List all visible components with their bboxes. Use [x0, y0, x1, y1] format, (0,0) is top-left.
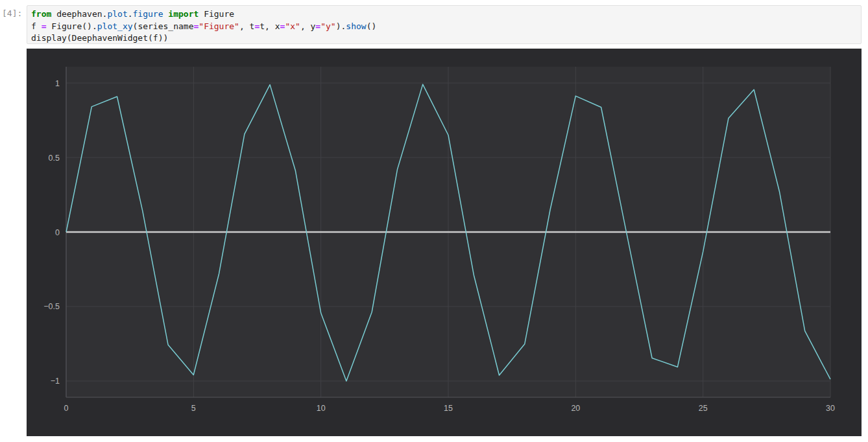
x-tick-label: 5 — [191, 404, 196, 413]
code-token: . — [128, 9, 133, 19]
x-tick-label: 0 — [64, 404, 69, 413]
code-token: ). — [336, 21, 346, 31]
x-tick-label: 10 — [317, 404, 326, 413]
code-token: "Figure" — [199, 21, 239, 31]
code-token: t, x — [259, 21, 280, 31]
x-tick-label: 25 — [699, 404, 708, 413]
code-token: = — [315, 21, 320, 31]
code-token: "y" — [320, 21, 335, 31]
code-token: show — [346, 21, 366, 31]
code-token: deephaven. — [51, 9, 107, 19]
code-token: display(DeephavenWidget(f)) — [31, 33, 168, 43]
y-tick-label: −1 — [51, 377, 60, 386]
code-line: f = Figure().plot_xy(series_name="Figure… — [31, 21, 861, 33]
code-token: , t — [239, 21, 254, 31]
code-token: Figure(). — [46, 21, 97, 31]
y-tick-label: −0.5 — [43, 302, 60, 311]
deephaven-widget[interactable]: 051015202530 10.50−0.5−1 — [27, 49, 862, 436]
code-line: display(DeephavenWidget(f)) — [31, 32, 861, 45]
code-token: () — [367, 21, 377, 31]
code-token: "x" — [285, 21, 300, 31]
y-tick-labels: 10.50−0.5−1 — [43, 79, 60, 386]
x-tick-label: 20 — [571, 404, 580, 413]
x-tick-labels: 051015202530 — [64, 404, 835, 413]
code-token: plot_xy — [97, 21, 133, 31]
code-cell[interactable]: from deephaven.plot.figure import Figure… — [27, 5, 862, 44]
y-tick-label: 0.5 — [49, 154, 60, 163]
y-tick-label: 0 — [55, 228, 60, 237]
code-lines: from deephaven.plot.figure import Figure… — [31, 8, 861, 45]
code-token: , y — [300, 21, 315, 31]
code-token: f — [31, 21, 42, 31]
y-tick-label: 1 — [55, 79, 60, 88]
code-token: figure — [133, 9, 163, 19]
code-token: (series_name — [133, 21, 194, 31]
code-token: Figure — [199, 9, 234, 19]
code-token: from — [31, 9, 51, 19]
code-token: import — [168, 9, 199, 19]
figure-chart-svg: 051015202530 10.50−0.5−1 — [27, 49, 862, 436]
x-tick-label: 15 — [444, 404, 453, 413]
code-token: plot — [107, 9, 127, 19]
code-line: from deephaven.plot.figure import Figure — [31, 8, 861, 21]
x-tick-label: 30 — [826, 404, 835, 413]
cell-execution-prompt: [4]: — [2, 9, 22, 17]
